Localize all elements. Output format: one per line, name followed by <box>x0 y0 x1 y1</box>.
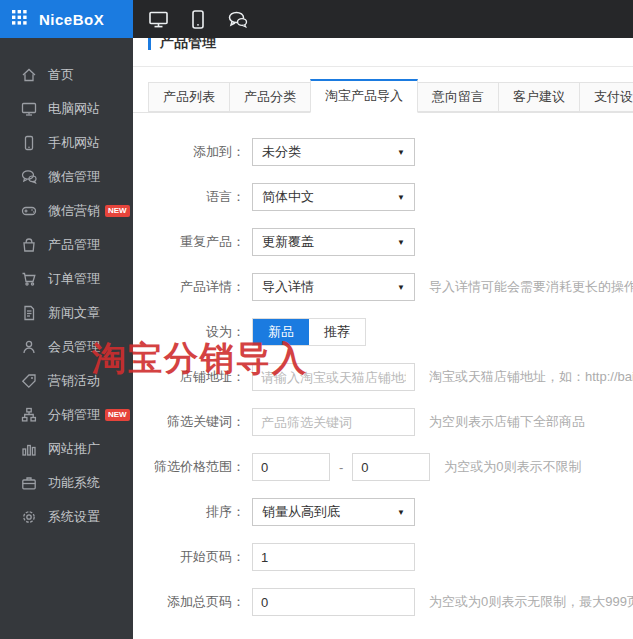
sidebar-item-mobile-site[interactable]: 手机网站 <box>0 126 133 160</box>
field-product-detail: 产品详情： 导入详情 ▼ 导入详情可能会需要消耗更长的操作时间 <box>133 273 633 301</box>
new-badge: NEW <box>105 409 130 421</box>
sidebar-item-wechat-management[interactable]: 微信管理 <box>0 160 133 194</box>
cart-icon <box>20 271 37 288</box>
chevron-down-icon: ▼ <box>397 148 405 157</box>
app-logo: NiceBoX <box>39 11 104 28</box>
phone-icon[interactable] <box>192 10 204 29</box>
sidebar-item-label: 分销管理 <box>48 406 100 424</box>
language-select[interactable]: 简体中文 ▼ <box>252 183 415 211</box>
sidebar-item-label: 新闻文章 <box>48 304 100 322</box>
sitemap-icon <box>20 407 37 424</box>
price-max-input[interactable] <box>352 453 430 481</box>
field-label: 添加到： <box>133 143 245 161</box>
field-start-page: 开始页码： <box>133 543 633 571</box>
gamepad-icon <box>20 203 37 220</box>
sidebar-item-label: 系统设置 <box>48 508 100 526</box>
field-price-range: 筛选价格范围： - 为空或为0则表示不限制 <box>133 453 633 481</box>
price-min-input[interactable] <box>252 453 330 481</box>
select-value: 更新覆盖 <box>262 233 314 251</box>
tab-payment-settings[interactable]: 支付设置 <box>579 82 633 112</box>
field-add-to: 添加到： 未分类 ▼ <box>133 138 633 166</box>
tab-customer-suggestions[interactable]: 客户建议 <box>498 82 580 112</box>
sidebar-item-label: 首页 <box>48 66 74 84</box>
select-value: 导入详情 <box>262 278 314 296</box>
briefcase-icon <box>20 475 37 492</box>
title-accent-bar <box>148 36 151 50</box>
tab-product-list[interactable]: 产品列表 <box>148 82 230 112</box>
sidebar-item-label: 功能系统 <box>48 474 100 492</box>
main-content: 产品管理 产品列表 产品分类 淘宝产品导入 意向留言 客户建议 支付设置 添加到… <box>133 0 633 639</box>
new-badge: NEW <box>105 205 130 217</box>
recommend-button[interactable]: 推荐 <box>309 319 365 345</box>
sidebar-item-home[interactable]: 首页 <box>0 58 133 92</box>
sidebar-item-label: 电脑网站 <box>48 100 100 118</box>
field-hint: 淘宝或天猫店铺地址，如：http://baica <box>429 368 633 386</box>
field-label: 语言： <box>133 188 245 206</box>
tab-intent-messages[interactable]: 意向留言 <box>417 82 499 112</box>
field-filter-keyword: 筛选关键词： 为空则表示店铺下全部商品 <box>133 408 633 436</box>
bag-icon <box>20 237 37 254</box>
title-divider <box>133 66 633 67</box>
field-label: 筛选价格范围： <box>133 458 245 476</box>
field-hint: 为空则表示店铺下全部商品 <box>429 413 585 431</box>
bar-chart-icon <box>20 441 37 458</box>
sidebar-item-label: 网站推广 <box>48 440 100 458</box>
add-to-select[interactable]: 未分类 ▼ <box>252 138 415 166</box>
field-label: 筛选关键词： <box>133 413 245 431</box>
total-pages-input[interactable] <box>252 588 415 616</box>
field-label: 产品详情： <box>133 278 245 296</box>
chat-icon <box>20 169 37 186</box>
field-hint: 为空或为0则表示不限制 <box>444 458 581 476</box>
sidebar-item-order-management[interactable]: 订单管理 <box>0 262 133 296</box>
field-sort: 排序： 销量从高到底 ▼ <box>133 498 633 526</box>
sidebar-item-product-management[interactable]: 产品管理 <box>0 228 133 262</box>
sidebar-item-label: 产品管理 <box>48 236 100 254</box>
topbar <box>133 0 633 38</box>
field-hint: 导入详情可能会需要消耗更长的操作时间 <box>429 278 633 296</box>
field-label: 重复产品： <box>133 233 245 251</box>
tag-icon <box>20 373 37 390</box>
tab-taobao-import[interactable]: 淘宝产品导入 <box>310 79 418 113</box>
sidebar-item-distribution-management[interactable]: 分销管理 NEW <box>0 398 133 432</box>
field-total-pages: 添加总页码： 为空或为0则表示无限制，最大999页， <box>133 588 633 616</box>
chevron-down-icon: ▼ <box>397 238 405 247</box>
tab-product-category[interactable]: 产品分类 <box>229 82 311 112</box>
app-window: 产品管理 产品列表 产品分类 淘宝产品导入 意向留言 客户建议 支付设置 添加到… <box>0 0 633 639</box>
sidebar-item-site-promotion[interactable]: 网站推广 <box>0 432 133 466</box>
duplicate-product-select[interactable]: 更新覆盖 ▼ <box>252 228 415 256</box>
sidebar-item-function-system[interactable]: 功能系统 <box>0 466 133 500</box>
start-page-input[interactable] <box>252 543 415 571</box>
monitor-icon[interactable] <box>149 11 168 28</box>
chevron-down-icon: ▼ <box>397 283 405 292</box>
sidebar-item-pc-site[interactable]: 电脑网站 <box>0 92 133 126</box>
range-separator: - <box>339 460 343 475</box>
field-language: 语言： 简体中文 ▼ <box>133 183 633 211</box>
chevron-down-icon: ▼ <box>397 508 405 517</box>
sidebar-item-system-settings[interactable]: 系统设置 <box>0 500 133 534</box>
sidebar-item-news-articles[interactable]: 新闻文章 <box>0 296 133 330</box>
watermark-text: 淘宝分销导入 <box>92 336 308 382</box>
monitor-icon <box>20 101 37 118</box>
field-hint: 为空或为0则表示无限制，最大999页， <box>429 593 633 611</box>
app-logo-bar: NiceBoX <box>0 0 133 38</box>
select-value: 简体中文 <box>262 188 314 206</box>
field-label: 开始页码： <box>133 548 245 566</box>
home-icon <box>20 67 37 84</box>
sort-select[interactable]: 销量从高到底 ▼ <box>252 498 415 526</box>
chat-icon[interactable] <box>228 11 248 28</box>
tab-bar: 产品列表 产品分类 淘宝产品导入 意向留言 客户建议 支付设置 <box>133 79 633 113</box>
chevron-down-icon: ▼ <box>397 193 405 202</box>
filter-keyword-input[interactable] <box>252 408 415 436</box>
select-value: 销量从高到底 <box>262 503 340 521</box>
product-detail-select[interactable]: 导入详情 ▼ <box>252 273 415 301</box>
sidebar-item-label: 微信营销 <box>48 202 100 220</box>
sidebar-item-label: 手机网站 <box>48 134 100 152</box>
phone-icon <box>20 135 37 152</box>
field-label: 排序： <box>133 503 245 521</box>
document-icon <box>20 305 37 322</box>
sidebar-item-label: 微信管理 <box>48 168 100 186</box>
grid-icon[interactable] <box>12 10 27 28</box>
gear-icon <box>20 509 37 526</box>
sidebar-item-wechat-marketing[interactable]: 微信营销 NEW <box>0 194 133 228</box>
user-icon <box>20 339 37 356</box>
